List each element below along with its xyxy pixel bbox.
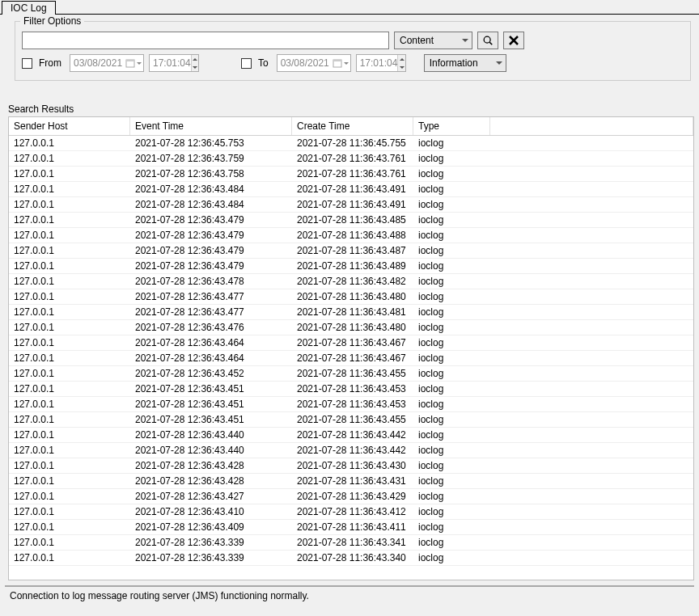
clear-button[interactable] (503, 32, 524, 49)
from-date-field[interactable]: 03/08/2021 (70, 54, 144, 72)
results-table: Sender Host Event Time Create Time Type … (8, 116, 694, 580)
table-row[interactable]: 127.0.0.12021-07-28 12:36:43.4792021-07-… (9, 213, 693, 228)
table-row[interactable]: 127.0.0.12021-07-28 12:36:43.4842021-07-… (9, 182, 693, 197)
col-type[interactable]: Type (413, 117, 490, 135)
cell-create: 2021-07-28 11:36:43.455 (292, 412, 413, 427)
cell-host: 127.0.0.1 (9, 520, 130, 534)
col-sender-host[interactable]: Sender Host (9, 117, 130, 135)
table-row[interactable]: 127.0.0.12021-07-28 12:36:45.7532021-07-… (9, 136, 693, 151)
table-row[interactable]: 127.0.0.12021-07-28 12:36:43.4272021-07-… (9, 489, 693, 504)
cell-type: ioclog (413, 167, 490, 181)
cell-host: 127.0.0.1 (9, 412, 130, 427)
svg-line-1 (489, 42, 492, 44)
cell-type: ioclog (413, 489, 490, 504)
table-row[interactable]: 127.0.0.12021-07-28 12:36:43.4512021-07-… (9, 412, 693, 428)
filter-options-group: Filter Options Content From 03/08/2021 (15, 21, 691, 81)
cell-create: 2021-07-28 11:36:43.430 (292, 458, 413, 473)
from-checkbox[interactable] (22, 58, 32, 69)
cell-create: 2021-07-28 11:36:43.481 (292, 305, 413, 319)
calendar-icon (333, 58, 342, 68)
cell-type: ioclog (413, 351, 490, 365)
cell-event: 2021-07-28 12:36:43.451 (130, 412, 292, 427)
filter-legend: Filter Options (20, 15, 84, 27)
table-row[interactable]: 127.0.0.12021-07-28 12:36:43.4092021-07-… (9, 520, 693, 535)
content-dropdown[interactable]: Content (394, 32, 472, 49)
cell-create: 2021-07-28 11:36:43.411 (292, 520, 413, 534)
col-event-time[interactable]: Event Time (130, 117, 292, 135)
table-row[interactable]: 127.0.0.12021-07-28 12:36:43.4402021-07-… (9, 428, 693, 443)
table-row[interactable]: 127.0.0.12021-07-28 12:36:43.4102021-07-… (9, 504, 693, 520)
cell-type: ioclog (413, 305, 490, 319)
cell-type: ioclog (413, 274, 490, 289)
cell-host: 127.0.0.1 (9, 458, 130, 473)
tab-ioc-log[interactable]: IOC Log (2, 1, 56, 15)
table-row[interactable]: 127.0.0.12021-07-28 12:36:43.4792021-07-… (9, 228, 693, 243)
table-row[interactable]: 127.0.0.12021-07-28 12:36:43.4642021-07-… (9, 351, 693, 366)
table-row[interactable]: 127.0.0.12021-07-28 12:36:43.7582021-07-… (9, 167, 693, 182)
to-checkbox[interactable] (241, 58, 252, 69)
cell-empty (490, 351, 693, 365)
table-row[interactable]: 127.0.0.12021-07-28 12:36:43.4792021-07-… (9, 243, 693, 259)
cell-type: ioclog (413, 243, 490, 258)
level-dropdown[interactable]: Information (424, 54, 506, 72)
cell-host: 127.0.0.1 (9, 151, 130, 166)
cell-type: ioclog (413, 320, 490, 335)
cell-create: 2021-07-28 11:36:43.482 (292, 274, 413, 289)
cell-host: 127.0.0.1 (9, 428, 130, 442)
cell-event: 2021-07-28 12:36:43.339 (130, 535, 292, 550)
cell-event: 2021-07-28 12:36:43.410 (130, 504, 292, 519)
cell-host: 127.0.0.1 (9, 335, 130, 350)
col-create-time[interactable]: Create Time (292, 117, 413, 135)
spinner-up-button[interactable] (398, 55, 405, 63)
chevron-down-icon (137, 62, 142, 65)
table-row[interactable]: 127.0.0.12021-07-28 12:36:43.4402021-07-… (9, 443, 693, 458)
chevron-down-icon (400, 66, 405, 69)
spinner-up-button[interactable] (192, 55, 198, 63)
table-row[interactable]: 127.0.0.12021-07-28 12:36:43.4522021-07-… (9, 366, 693, 382)
col-empty[interactable] (490, 117, 693, 135)
table-row[interactable]: 127.0.0.12021-07-28 12:36:43.4512021-07-… (9, 397, 693, 412)
table-row[interactable]: 127.0.0.12021-07-28 12:36:43.3392021-07-… (9, 551, 693, 566)
cell-type: ioclog (413, 228, 490, 243)
cell-host: 127.0.0.1 (9, 243, 130, 258)
table-row[interactable]: 127.0.0.12021-07-28 12:36:43.7592021-07-… (9, 151, 693, 167)
table-row[interactable]: 127.0.0.12021-07-28 12:36:43.4282021-07-… (9, 474, 693, 489)
table-row[interactable]: 127.0.0.12021-07-28 12:36:43.4282021-07-… (9, 458, 693, 474)
search-button[interactable] (477, 32, 498, 49)
spinner-down-button[interactable] (398, 63, 405, 71)
cell-host: 127.0.0.1 (9, 289, 130, 304)
cell-host: 127.0.0.1 (9, 397, 130, 411)
cell-host: 127.0.0.1 (9, 551, 130, 565)
cell-host: 127.0.0.1 (9, 213, 130, 227)
table-row[interactable]: 127.0.0.12021-07-28 12:36:43.4792021-07-… (9, 259, 693, 274)
cell-host: 127.0.0.1 (9, 136, 130, 150)
table-row[interactable]: 127.0.0.12021-07-28 12:36:43.4782021-07-… (9, 274, 693, 289)
to-time-field[interactable]: 17:01:04 (356, 54, 406, 72)
cell-host: 127.0.0.1 (9, 167, 130, 181)
chevron-up-icon (193, 58, 197, 61)
table-row[interactable]: 127.0.0.12021-07-28 12:36:43.4772021-07-… (9, 289, 693, 305)
from-time-field[interactable]: 17:01:04 (149, 54, 199, 72)
svg-rect-7 (333, 60, 341, 61)
table-row[interactable]: 127.0.0.12021-07-28 12:36:43.3392021-07-… (9, 535, 693, 551)
cell-create: 2021-07-28 11:36:43.442 (292, 428, 413, 442)
search-input[interactable] (22, 32, 389, 49)
table-header: Sender Host Event Time Create Time Type (9, 117, 693, 136)
spinner-down-button[interactable] (192, 63, 198, 71)
to-date-field[interactable]: 03/08/2021 (277, 54, 351, 72)
cell-create: 2021-07-28 11:36:43.453 (292, 382, 413, 396)
cell-type: ioclog (413, 382, 490, 396)
table-row[interactable]: 127.0.0.12021-07-28 12:36:43.4842021-07-… (9, 197, 693, 213)
cell-empty (490, 412, 693, 427)
table-row[interactable]: 127.0.0.12021-07-28 12:36:43.4772021-07-… (9, 305, 693, 320)
table-row[interactable]: 127.0.0.12021-07-28 12:36:43.4762021-07-… (9, 320, 693, 335)
cell-event: 2021-07-28 12:36:43.479 (130, 243, 292, 258)
close-icon (509, 36, 519, 45)
table-row[interactable]: 127.0.0.12021-07-28 12:36:43.4512021-07-… (9, 382, 693, 397)
cell-empty (490, 489, 693, 504)
cell-empty (490, 213, 693, 227)
from-date-value: 03/08/2021 (74, 57, 122, 69)
table-row[interactable]: 127.0.0.12021-07-28 12:36:43.4642021-07-… (9, 335, 693, 351)
cell-empty (490, 474, 693, 488)
cell-create: 2021-07-28 11:36:43.442 (292, 443, 413, 458)
